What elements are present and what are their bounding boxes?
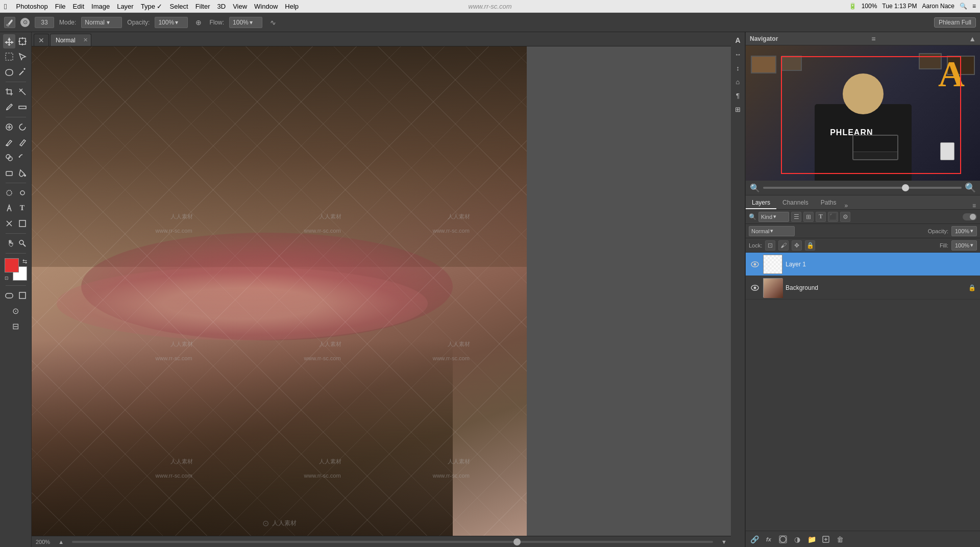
screen-mode[interactable] — [16, 288, 29, 303]
eyedropper-tool[interactable] — [3, 100, 15, 114]
airbrush-icon[interactable]: ⊕ — [193, 17, 204, 28]
eraser-tool[interactable] — [3, 166, 15, 180]
lasso-tool[interactable] — [3, 65, 15, 79]
opacity-input[interactable]: 100% ▾ — [155, 17, 188, 28]
search-icon[interactable]: 🔍 — [960, 3, 967, 10]
healing-tool[interactable] — [3, 120, 15, 134]
background-visibility[interactable] — [750, 283, 760, 293]
shape-tool[interactable] — [16, 216, 29, 231]
history-tool[interactable] — [16, 151, 29, 165]
menu-view[interactable]: View — [233, 3, 247, 10]
tab-paths[interactable]: Paths — [815, 197, 843, 209]
layers-fx-btn[interactable]: fx — [762, 534, 775, 545]
mini-tool-home[interactable]: ⌂ — [732, 76, 744, 88]
layers-expand-btn[interactable]: » — [842, 202, 850, 209]
zoom-tool[interactable] — [16, 236, 29, 251]
tab-channels[interactable]: Channels — [776, 197, 815, 209]
mini-tool-arrows[interactable]: ↔ — [732, 48, 744, 60]
layers-adjustment-btn[interactable]: ◑ — [791, 534, 804, 545]
pen-tool[interactable] — [3, 201, 15, 215]
layer-1-visibility[interactable] — [750, 259, 760, 269]
ruler-tool[interactable] — [16, 100, 29, 114]
menu-file[interactable]: File — [55, 3, 66, 10]
blend-mode-dropdown[interactable]: Normal ▾ — [749, 226, 795, 236]
nav-zoom-out-icon[interactable]: 🔍 — [750, 183, 760, 193]
filter-icon-adjust[interactable]: ⊞ — [803, 212, 814, 222]
frame-tool[interactable]: ⊟ — [3, 319, 29, 333]
move-tool-2[interactable] — [16, 49, 29, 64]
layers-panel-menu[interactable]: ≡ — [970, 202, 978, 209]
zoom-up-icon[interactable]: ▲ — [58, 539, 64, 545]
brush-tool[interactable] — [3, 135, 15, 150]
canvas-viewport[interactable]: 人人素材 www.rr-sc.com 人人素材 www.rr-sc.com 人人… — [32, 46, 731, 536]
filter-icon-pixel[interactable]: ☰ — [791, 212, 801, 222]
layers-opacity-input[interactable]: 100% ▾ — [951, 226, 977, 236]
phlearn-full-button[interactable]: Phlearn Full — [934, 17, 976, 28]
canvas-tab-close[interactable]: ✕ — [83, 37, 88, 43]
mini-tool-para[interactable]: ¶ — [732, 89, 744, 102]
layer-item-background[interactable]: Background 🔒 — [746, 276, 980, 300]
apple-menu[interactable]:  — [4, 2, 7, 11]
flow-input[interactable]: 100% ▾ — [229, 17, 262, 28]
layers-link-btn[interactable]: 🔗 — [748, 534, 761, 545]
layer-item-1[interactable]: Layer 1 — [746, 253, 980, 276]
filter-icon-shape[interactable]: ⬛ — [828, 212, 838, 222]
layers-folder-btn[interactable]: 📁 — [805, 534, 818, 545]
menu-layer[interactable]: Layer — [117, 3, 134, 10]
canvas-close-btn[interactable]: ✕ — [34, 34, 49, 46]
lock-position-btn[interactable]: ✥ — [792, 240, 802, 251]
quick-mask-mode[interactable] — [3, 288, 15, 303]
menu-type[interactable]: Type ✓ — [141, 3, 163, 10]
menu-filter[interactable]: Filter — [195, 3, 210, 10]
filter-kind-dropdown[interactable]: Kind ▾ — [758, 212, 789, 222]
zoom-slider-status[interactable] — [72, 541, 713, 543]
canvas-tab-main[interactable]: Normal ✕ — [50, 34, 91, 46]
zoom-level[interactable]: 200% — [36, 539, 50, 545]
filter-icon-type[interactable]: T — [816, 212, 826, 222]
nav-zoom-slider[interactable] — [763, 187, 962, 189]
lock-paint-btn[interactable]: 🖌 — [778, 240, 789, 251]
layers-delete-btn[interactable]: 🗑 — [834, 534, 847, 545]
mini-tool-grid[interactable]: ⊞ — [732, 103, 744, 115]
brush-size-input[interactable]: 33 — [35, 17, 54, 28]
layers-fill-input[interactable]: 100% ▾ — [951, 240, 977, 251]
brush-size-icon[interactable]: ⊙ — [20, 18, 30, 27]
wand-tool[interactable] — [16, 65, 29, 79]
brush-tool-icon[interactable] — [4, 17, 15, 28]
navigator-menu-btn[interactable]: ≡ — [871, 35, 875, 43]
lock-transparent-btn[interactable]: ⊡ — [765, 240, 775, 251]
text-tool[interactable]: T — [16, 201, 29, 215]
blur-tool[interactable] — [3, 186, 15, 200]
reset-colors-icon[interactable]: ⊡ — [5, 276, 9, 281]
slice-tool[interactable] — [16, 85, 29, 99]
filter-icon-smart[interactable]: ⚙ — [840, 212, 850, 222]
navigator-collapse-btn[interactable]: ▲ — [969, 35, 976, 43]
menu-help[interactable]: Help — [285, 3, 299, 10]
marquee-tool[interactable] — [3, 49, 15, 64]
menu-image[interactable]: Image — [91, 3, 110, 10]
menu-window[interactable]: Window — [254, 3, 278, 10]
mini-tool-a[interactable]: A — [732, 34, 744, 46]
globe-tool[interactable]: ⊙ — [3, 304, 29, 318]
menu-edit[interactable]: Edit — [73, 3, 84, 10]
layers-new-btn[interactable] — [819, 534, 832, 545]
menu-select[interactable]: Select — [169, 3, 188, 10]
fill-tool[interactable] — [16, 166, 29, 180]
swap-colors-icon[interactable]: ⇆ — [22, 258, 27, 265]
menu-3d[interactable]: 3D — [217, 3, 226, 10]
smoothing-icon[interactable]: ∿ — [267, 17, 279, 28]
clone-tool[interactable] — [3, 151, 15, 165]
nav-zoom-in-icon[interactable]: 🔍 — [965, 182, 976, 193]
hand-tool[interactable] — [3, 236, 15, 251]
zoom-down-icon[interactable]: ▼ — [721, 539, 727, 545]
crop-tool[interactable] — [3, 85, 15, 99]
move-tool[interactable] — [3, 34, 15, 48]
mini-tool-updown[interactable]: ↕ — [732, 62, 744, 74]
lock-all-btn[interactable]: 🔒 — [805, 240, 815, 251]
tab-layers[interactable]: Layers — [746, 197, 776, 209]
artboard-tool[interactable] — [16, 34, 29, 48]
filter-toggle[interactable] — [963, 213, 977, 220]
pencil-tool[interactable] — [16, 135, 29, 150]
dodge-tool[interactable] — [16, 186, 29, 200]
patch-tool[interactable] — [16, 120, 29, 134]
